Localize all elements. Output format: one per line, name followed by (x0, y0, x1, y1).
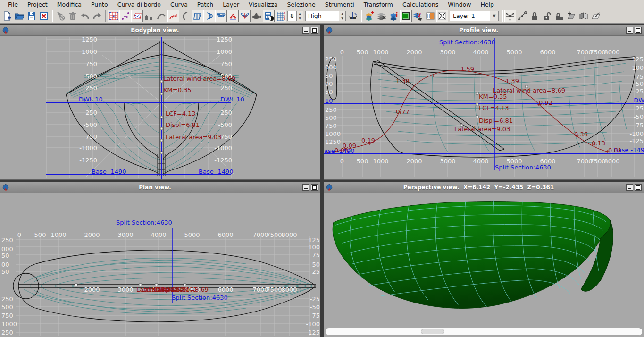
show-waterlines-button[interactable] (215, 10, 227, 22)
quality-steppers[interactable]: ▲▼ (339, 11, 346, 21)
menu-item[interactable]: Curva di bordo (113, 0, 165, 8)
view-window-icon (326, 27, 333, 34)
minimize-button[interactable] (302, 27, 309, 34)
precision-spinner[interactable]: 8 ▲▼ (287, 11, 303, 21)
layer-properties-button[interactable] (388, 9, 400, 22)
auto-group-layers-button[interactable]: V (412, 9, 424, 22)
show-control-net-button[interactable] (108, 10, 119, 22)
add-curve-button[interactable] (516, 9, 528, 22)
check-model-button[interactable] (590, 9, 602, 22)
minimize-button[interactable] (302, 184, 309, 191)
new-model-icon (2, 11, 12, 21)
show-interior-edges-icon (144, 11, 154, 21)
menu-item[interactable]: Window (443, 0, 475, 8)
menu-item[interactable]: Patch (193, 0, 217, 8)
menu-item[interactable]: Project (23, 0, 52, 8)
draft-hull-button[interactable] (347, 9, 359, 22)
insert-plane-button[interactable] (565, 9, 577, 22)
unlock-points-icon (542, 11, 552, 21)
new-window-icon (425, 11, 435, 21)
profile-canvas[interactable] (324, 36, 644, 179)
profile-titlebar[interactable]: Profile view. (324, 25, 644, 36)
lock-points-button[interactable] (528, 9, 541, 22)
menu-item[interactable]: Modifica (53, 0, 86, 8)
show-buttocks-button[interactable] (203, 10, 215, 22)
active-layer-select[interactable]: Layer 1 ▼ (450, 11, 499, 21)
tile-windows-button[interactable] (436, 10, 448, 22)
maximize-button[interactable] (311, 184, 318, 191)
menu-item[interactable]: Help (477, 0, 499, 8)
spin-down-icon[interactable]: ▼ (339, 16, 345, 21)
precision-steppers[interactable]: ▲▼ (296, 11, 303, 21)
open-model-button[interactable] (13, 9, 25, 22)
bodyplan-titlebar[interactable]: Bodyplan view. (0, 25, 320, 36)
render-quality-value[interactable]: High (305, 11, 339, 21)
menu-item[interactable]: Visualizza (244, 0, 282, 8)
develop-plates-icon (132, 11, 142, 21)
redo-button[interactable] (91, 9, 103, 22)
add-curve-icon (517, 11, 527, 21)
undo-button[interactable] (79, 9, 91, 22)
maximize-button[interactable] (635, 184, 642, 191)
show-curvature-button[interactable] (155, 9, 167, 22)
show-interior-edges-button[interactable] (143, 9, 155, 22)
menu-item[interactable]: File (4, 0, 22, 8)
spin-down-icon[interactable]: ▼ (297, 16, 303, 21)
menu-item[interactable]: Calculations (398, 0, 443, 8)
calculations-button[interactable] (263, 10, 275, 22)
tile-windows-icon (437, 11, 447, 21)
precision-value[interactable]: 8 (287, 11, 296, 21)
spin-up-icon[interactable]: ▲ (297, 11, 303, 16)
show-stations-button[interactable] (192, 10, 203, 22)
scrollbar-thumb[interactable] (421, 329, 444, 334)
menu-item[interactable]: Transform (360, 0, 397, 8)
maximize-button[interactable] (311, 27, 318, 34)
save-model-button[interactable] (25, 9, 38, 22)
minimize-button[interactable] (626, 184, 633, 191)
plan-canvas[interactable] (0, 193, 320, 337)
minimize-button[interactable] (626, 27, 633, 34)
plan-titlebar[interactable]: Plan view. (0, 182, 320, 193)
develop-plates-button[interactable] (131, 10, 143, 22)
check-model-icon (591, 11, 601, 21)
new-model-button[interactable] (1, 9, 13, 22)
layer-color-button[interactable] (400, 10, 412, 22)
plan-window: Plan view. (0, 182, 320, 337)
view-window-icon (2, 184, 9, 191)
toolbar: 123 8 ▲▼ High ▲▼ V Layer 1 ▼ (0, 8, 644, 24)
menu-item[interactable]: Strumenti (321, 0, 359, 8)
menu-item[interactable]: Punto (87, 0, 112, 8)
render-quality-select[interactable]: High ▲▼ (305, 11, 346, 21)
show-diagonals-button[interactable] (227, 10, 239, 22)
new-window-button[interactable] (424, 9, 436, 22)
exit-button[interactable] (38, 9, 50, 22)
show-hydrostatic-features-button[interactable] (239, 10, 251, 22)
menu-item[interactable]: Selezione (283, 0, 320, 8)
mirror-button[interactable] (577, 9, 590, 22)
delete-button[interactable] (67, 9, 79, 22)
show-flowlines-button[interactable] (251, 9, 263, 22)
lock-all-points-button[interactable] (553, 9, 565, 22)
maximize-button[interactable] (635, 27, 642, 34)
delete-empty-layers-button[interactable] (376, 9, 388, 22)
perspective-canvas[interactable] (324, 193, 644, 337)
show-stations-icon (192, 11, 203, 21)
show-normals-button[interactable] (179, 9, 192, 22)
bodyplan-canvas[interactable] (0, 36, 320, 179)
curvature-scale-button[interactable] (167, 10, 179, 22)
show-control-points-button[interactable] (119, 10, 131, 22)
spin-up-icon[interactable]: ▲ (339, 11, 345, 16)
unlock-points-button[interactable] (541, 9, 553, 22)
perspective-titlebar[interactable]: Perspective view. X=6.142 Y=-2.435 Z=0.3… (324, 182, 644, 193)
collapse-point-button[interactable] (504, 10, 516, 22)
menu-item[interactable]: Curva (166, 0, 192, 8)
deselect-all-button[interactable] (54, 9, 67, 22)
add-layer-button[interactable] (363, 9, 376, 22)
menu-item[interactable]: Layer (218, 0, 243, 8)
chevron-down-icon[interactable]: ▼ (490, 11, 499, 21)
lock-all-points-icon (554, 11, 564, 21)
horizontal-scrollbar[interactable] (325, 328, 643, 336)
design-grid-button[interactable]: 123 (275, 10, 286, 22)
toolbar-separator (361, 10, 361, 22)
active-layer-value[interactable]: Layer 1 (450, 11, 490, 21)
